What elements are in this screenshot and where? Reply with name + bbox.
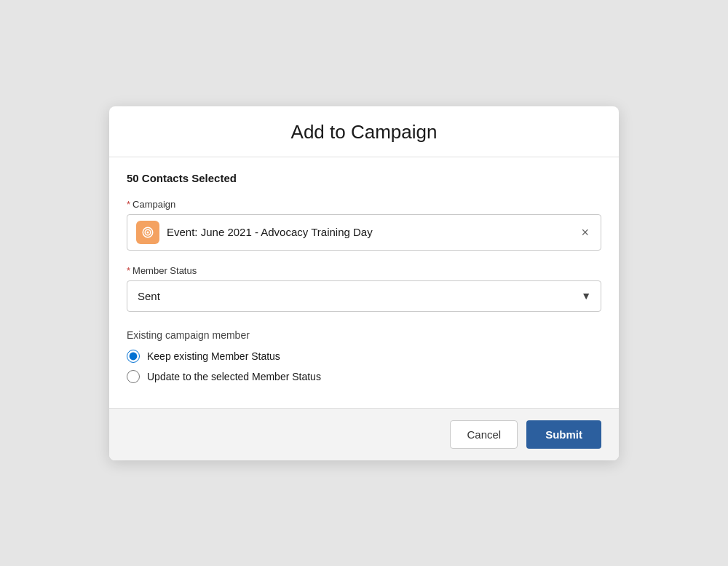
campaign-input-box[interactable]: Event: June 2021 - Advocacy Training Day… [127, 214, 601, 251]
member-status-select[interactable]: Sent Responded Open Clicked Bounced [127, 280, 601, 312]
svg-point-2 [147, 231, 149, 233]
modal-header: Add to Campaign [109, 106, 619, 157]
existing-member-label: Existing campaign member [127, 329, 601, 341]
add-to-campaign-modal: Add to Campaign 50 Contacts Selected * C… [109, 106, 619, 460]
campaign-clear-button[interactable]: × [578, 224, 592, 240]
campaign-label: * Campaign [127, 199, 601, 210]
member-status-field-group: * Member Status Sent Responded Open Clic… [127, 265, 601, 312]
campaign-value: Event: June 2021 - Advocacy Training Day [167, 226, 571, 238]
modal-footer: Cancel Submit [109, 408, 619, 460]
radio-update-status-input[interactable] [127, 370, 140, 383]
submit-button[interactable]: Submit [526, 420, 601, 449]
radio-keep-existing-label: Keep existing Member Status [147, 350, 280, 362]
campaign-field-group: * Campaign Event: June 2021 - Advocacy T… [127, 199, 601, 251]
radio-update-status[interactable]: Update to the selected Member Status [127, 370, 601, 383]
contacts-selected-label: 50 Contacts Selected [127, 172, 601, 184]
radio-keep-existing-input[interactable] [127, 350, 140, 363]
cancel-button[interactable]: Cancel [450, 420, 518, 449]
member-status-required-star: * [127, 265, 130, 276]
modal-body: 50 Contacts Selected * Campaign Event: J… [109, 157, 619, 408]
radio-keep-existing[interactable]: Keep existing Member Status [127, 350, 601, 363]
campaign-type-icon [136, 221, 159, 244]
member-status-label: * Member Status [127, 265, 601, 276]
modal-title: Add to Campaign [127, 121, 601, 144]
radio-update-status-label: Update to the selected Member Status [147, 371, 321, 382]
campaign-required-star: * [127, 199, 130, 210]
existing-member-section: Existing campaign member Keep existing M… [127, 329, 601, 383]
member-status-select-wrapper: Sent Responded Open Clicked Bounced ▼ [127, 280, 601, 312]
